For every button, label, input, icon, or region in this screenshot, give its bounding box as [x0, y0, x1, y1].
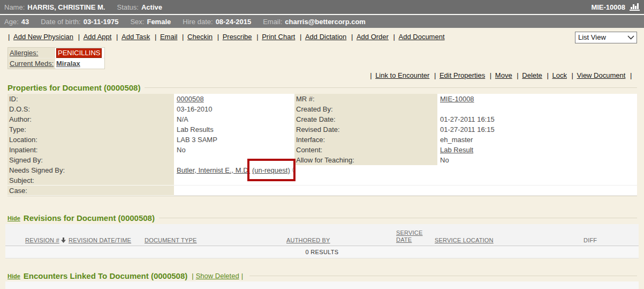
table-row: Subject:	[7, 175, 637, 186]
view-document-link[interactable]: View Document	[577, 71, 626, 79]
view-select[interactable]: List View	[575, 32, 637, 43]
menu-add-order[interactable]: Add Order	[357, 33, 389, 41]
empty-cell	[294, 175, 637, 186]
empty-cell	[294, 165, 637, 176]
prop-label: Type:	[7, 124, 174, 135]
current-meds-link[interactable]: Current Meds:	[10, 60, 54, 68]
properties-title: Properties for Document (0000508)	[7, 83, 140, 92]
prop-label: ID:	[7, 94, 174, 105]
separator	[393, 33, 397, 41]
un-request-link[interactable]: (un-request)	[252, 166, 290, 174]
prop-value: No	[174, 145, 294, 155]
prop-value: N/A	[174, 114, 294, 125]
menu-add-task[interactable]: Add Task	[122, 33, 150, 41]
dob-value: 03-11-1975	[84, 18, 119, 26]
delete-link[interactable]: Delete	[522, 71, 542, 79]
prop-value: Lab Result	[437, 145, 637, 155]
separator	[370, 71, 374, 79]
mr-number-link[interactable]: MIE-10008	[440, 95, 474, 103]
dob-label: Date of birth:	[41, 18, 80, 26]
col-service-location: SERVICE LOCATION	[435, 237, 494, 243]
col-revision-number: REVISION #	[25, 237, 66, 243]
menu-add-document[interactable]: Add Document	[399, 33, 445, 41]
lock-link[interactable]: Lock	[552, 71, 566, 79]
heading-rule	[249, 276, 637, 276]
prop-value	[174, 175, 294, 186]
current-meds-label-cell: Current Meds:	[8, 58, 55, 69]
prop-value: 0000508	[174, 94, 294, 105]
allergy-badge[interactable]: PENICILLINS	[56, 48, 102, 58]
prop-value: 01-27-2011 16:15	[437, 114, 637, 125]
link-to-encounter-link[interactable]: Link to Encounter	[375, 71, 429, 79]
separator	[217, 33, 221, 41]
separator	[8, 33, 12, 41]
chevron-down-icon	[627, 35, 634, 40]
status-label: Status:	[117, 3, 138, 11]
separator	[351, 33, 355, 41]
med-link[interactable]: Miralax	[56, 60, 80, 68]
sex-label: Sex:	[130, 18, 144, 26]
show-deleted-link[interactable]: Show Deleted	[196, 272, 239, 280]
revision-number-sort-link[interactable]: REVISION #	[25, 237, 59, 243]
heading-rule	[145, 87, 637, 88]
encounters-section-heading: Hide Encounters Linked To Document (0000…	[7, 271, 637, 280]
age-value: 43	[21, 18, 29, 26]
prop-label: Signed By:	[7, 155, 174, 166]
prop-label: Created By:	[294, 104, 437, 115]
table-row: ID: 0000508 MR #: MIE-10008	[7, 94, 637, 104]
encounters-header-row: ENC ID OPEN DATE VISIT TYPE REFERRED PER…	[5, 281, 639, 289]
table-row: Needs Signed By: Butler, Internist E., M…	[7, 165, 637, 175]
prop-label: Allow for Teaching:	[294, 155, 437, 166]
prop-label: Interface:	[294, 135, 437, 145]
hire-date-value: 08-24-2015	[216, 18, 252, 26]
signer-link[interactable]: Butler, Internist E., M.D.	[177, 166, 250, 174]
view-select-value: List View	[578, 28, 606, 47]
prop-label: Revised Date:	[294, 124, 437, 135]
content-link[interactable]: Lab Result	[440, 146, 473, 154]
revisions-section-heading: Hide Revisions for Document (0000508)	[7, 213, 637, 223]
document-type-sort-link[interactable]: DOCUMENT TYPE	[145, 237, 197, 243]
flowsheet-chart-icon[interactable]	[630, 3, 640, 11]
menu-email[interactable]: Email	[160, 33, 178, 41]
separator	[300, 33, 304, 41]
menu-add-new-physician[interactable]: Add New Physician	[13, 33, 73, 41]
age-label: Age:	[4, 18, 19, 26]
encounters-title: Encounters Linked To Document (0000508)	[24, 271, 187, 280]
table-row: Case:	[7, 186, 637, 196]
edit-properties-link[interactable]: Edit Properties	[440, 71, 485, 79]
current-meds-value-cell: Miralax	[55, 58, 104, 69]
table-row: Type: Lab Results Revised Date: 01-27-20…	[7, 124, 637, 135]
separator	[155, 33, 158, 41]
revision-datetime-sort-link[interactable]: REVISION DATE/TIME	[69, 237, 131, 243]
document-id-link[interactable]: 0000508	[177, 95, 204, 103]
menu-add-appt[interactable]: Add Appt	[84, 33, 112, 41]
service-date-sort-link[interactable]: SERVICEDATE	[396, 229, 423, 243]
separator	[490, 71, 494, 79]
authored-by-sort-link[interactable]: AUTHORED BY	[286, 237, 330, 243]
needs-signed-by-cell: Butler, Internist E., M.D. (un-request)i	[174, 165, 294, 176]
menu-print-chart[interactable]: Print Chart	[262, 33, 295, 41]
revisions-title: Revisions for Document (0000508)	[24, 213, 155, 223]
separator	[630, 71, 634, 79]
prop-value: 01-27-2011 16:15	[437, 124, 637, 135]
separator	[256, 33, 260, 41]
table-row: Inpatient: No Content: Lab Result	[7, 145, 637, 155]
service-location-sort-link[interactable]: SERVICE LOCATION	[435, 237, 494, 243]
prop-value	[174, 186, 294, 196]
encounters-hide-link[interactable]: Hide	[7, 273, 20, 279]
menu-prescribe[interactable]: Prescribe	[223, 33, 252, 41]
allergies-link[interactable]: Allergies:	[10, 49, 38, 57]
menu-add-dictation[interactable]: Add Dictation	[305, 33, 346, 41]
move-link[interactable]: Move	[495, 71, 512, 79]
allergies-value-cell: PENICILLINS	[55, 48, 104, 58]
hire-date-label: Hire date:	[183, 18, 213, 26]
menu-checkin[interactable]: Checkin	[187, 33, 213, 41]
separator	[434, 71, 438, 79]
separator	[78, 33, 82, 41]
show-deleted-group: |Show Deleted|	[190, 272, 245, 280]
page: Name: HARRIS, CHRISTINE M. Status: Activ…	[0, 0, 644, 289]
properties-section-heading: Properties for Document (0000508)	[7, 83, 637, 92]
revisions-hide-link[interactable]: Hide	[7, 215, 20, 221]
revisions-section: Hide Revisions for Document (0000508) RE…	[0, 213, 644, 258]
name-label: Name:	[4, 3, 25, 11]
